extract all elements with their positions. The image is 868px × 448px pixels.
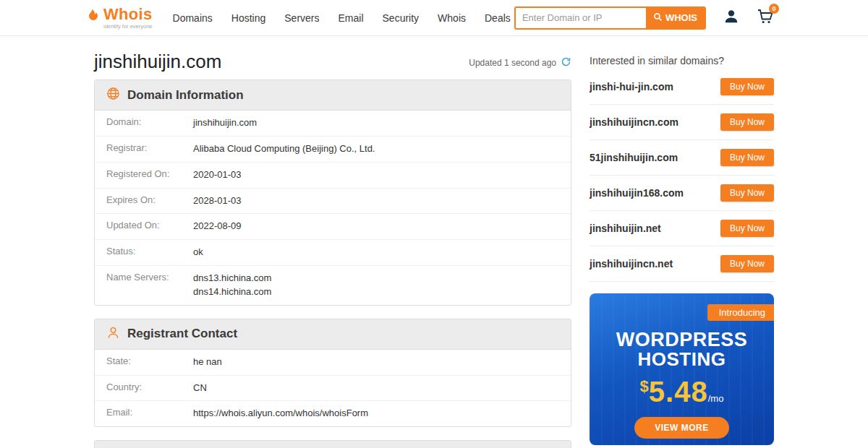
- field-value: 2028-01-03: [193, 194, 242, 208]
- field-value: 2022-08-09: [193, 220, 242, 233]
- whois-logo[interactable]: Whois identify for everyone: [83, 7, 153, 30]
- top-header: Whois identify for everyone Domains Host…: [0, 0, 868, 36]
- similar-domain-row: jinshihuijin168.com Buy Now: [590, 176, 774, 211]
- user-icon: [723, 9, 739, 27]
- page-title: jinshihuijin.com: [94, 51, 221, 72]
- introducing-ribbon: Introducing: [707, 304, 774, 321]
- field-label: Status:: [106, 246, 193, 257]
- buy-now-button[interactable]: Buy Now: [720, 78, 774, 95]
- logo-title: Whois: [103, 7, 153, 22]
- field-label: Email:: [106, 407, 193, 418]
- price-period: /mo: [708, 393, 724, 404]
- nav-item-domains[interactable]: Domains: [173, 12, 213, 24]
- table-row: Name Servers: dns13.hichina.com dns14.hi…: [95, 266, 571, 305]
- table-row: Registrar: Alibaba Cloud Computing (Beij…: [95, 137, 571, 163]
- similar-domain-row: jinshi-hui-jin.com Buy Now: [590, 69, 774, 105]
- field-value: dns13.hichina.com dns14.hichina.com: [193, 272, 271, 299]
- header-right: WHOIS 0: [514, 7, 774, 30]
- price-amount: 5.48: [649, 376, 708, 408]
- account-button[interactable]: [723, 9, 739, 27]
- title-row: jinshihuijin.com Updated 1 second ago: [94, 51, 571, 72]
- raw-whois-card: Raw Whois Data: [94, 440, 571, 448]
- buy-now-button[interactable]: Buy Now: [720, 220, 774, 237]
- field-label: State:: [106, 356, 193, 366]
- banner-title-line1: WORDPRESS: [590, 329, 774, 350]
- search-input[interactable]: [516, 8, 646, 28]
- domain-information-card: Domain Information Domain: jinshihuijin.…: [94, 79, 571, 306]
- field-label: Registered On:: [106, 168, 193, 179]
- field-value: CN: [193, 382, 207, 395]
- buy-now-button[interactable]: Buy Now: [720, 184, 774, 202]
- similar-domain-name: jinshihuijin168.com: [590, 187, 684, 199]
- whois-search-button[interactable]: WHOIS: [646, 8, 705, 28]
- card-title: Registrant Contact: [127, 327, 237, 341]
- refresh-icon[interactable]: [561, 56, 571, 69]
- similar-domain-name: jinshi-hui-jin.com: [590, 81, 673, 92]
- table-row: Country: CN: [95, 376, 571, 402]
- name-server-1: dns13.hichina.com: [193, 272, 271, 285]
- cart-button[interactable]: 0: [757, 8, 774, 28]
- logo-flame-icon: [83, 7, 101, 29]
- table-row: Status: ok: [95, 240, 571, 266]
- field-value: he nan: [193, 356, 222, 369]
- similar-domain-row: jinshihuijin.net Buy Now: [590, 211, 774, 246]
- similar-domain-name: jinshihuijincn.com: [590, 116, 678, 128]
- nav-item-hosting[interactable]: Hosting: [231, 12, 265, 24]
- field-label: Domain:: [106, 116, 193, 127]
- banner-title-line2: HOSTING: [590, 350, 774, 369]
- table-row: Updated On: 2022-08-09: [95, 214, 571, 240]
- table-row: Expires On: 2028-01-03: [95, 189, 571, 215]
- field-label: Expires On:: [106, 194, 193, 205]
- field-value: ok: [193, 246, 203, 259]
- nav-item-servers[interactable]: Servers: [284, 12, 319, 24]
- field-label: Registrar:: [106, 142, 193, 153]
- nav-item-security[interactable]: Security: [383, 12, 420, 24]
- field-value: Alibaba Cloud Computing (Beijing) Co., L…: [193, 142, 375, 156]
- logo-tagline: identify for everyone: [103, 24, 153, 30]
- person-icon: [106, 326, 120, 343]
- similar-domain-name: jinshihuijincn.net: [590, 258, 673, 270]
- buy-now-button[interactable]: Buy Now: [720, 149, 774, 166]
- field-label: Name Servers:: [106, 272, 193, 283]
- banner-heading: WORDPRESS HOSTING: [590, 329, 774, 370]
- field-label: Updated On:: [106, 220, 193, 231]
- similar-domain-name: 51jinshihuijin.com: [590, 152, 678, 163]
- globe-icon: [106, 87, 120, 103]
- wordpress-hosting-banner[interactable]: Introducing WORDPRESS HOSTING $5.48/mo V…: [590, 293, 774, 445]
- search-icon: [653, 12, 663, 24]
- field-value: https://whois.aliyun.com/whois/whoisForm: [193, 407, 368, 421]
- field-label: Country:: [106, 382, 193, 392]
- table-row: Email: https://whois.aliyun.com/whois/wh…: [95, 401, 571, 426]
- domain-information-header: Domain Information: [95, 80, 571, 111]
- nav-item-deals[interactable]: Deals: [485, 12, 511, 24]
- main-column: jinshihuijin.com Updated 1 second ago Do…: [94, 51, 571, 448]
- similar-domain-row: 51jinshihuijin.com Buy Now: [590, 140, 774, 176]
- field-value: jinshihuijin.com: [193, 116, 257, 130]
- registrant-contact-card: Registrant Contact State: he nan Country…: [94, 319, 571, 428]
- main-nav: Domains Hosting Servers Email Security W…: [173, 12, 511, 24]
- page-content: jinshihuijin.com Updated 1 second ago Do…: [0, 36, 868, 448]
- banner-price: $5.48/mo: [590, 376, 774, 408]
- price-currency: $: [640, 377, 649, 395]
- nav-item-email[interactable]: Email: [339, 12, 364, 24]
- sidebar: Interested in similar domains? jinshi-hu…: [590, 51, 774, 448]
- similar-domain-name: jinshihuijin.net: [590, 223, 661, 234]
- raw-whois-header: Raw Whois Data: [95, 441, 571, 448]
- domain-search-group: WHOIS: [514, 7, 706, 30]
- table-row: Domain: jinshihuijin.com: [95, 111, 571, 137]
- name-server-2: dns14.hichina.com: [193, 285, 271, 299]
- similar-domains-heading: Interested in similar domains?: [590, 51, 774, 69]
- table-row: Registered On: 2020-01-03: [95, 163, 571, 189]
- updated-status: Updated 1 second ago: [469, 56, 571, 72]
- nav-item-whois[interactable]: Whois: [438, 12, 466, 24]
- similar-domain-row: jinshihuijincn.com Buy Now: [590, 105, 774, 140]
- card-title: Domain Information: [127, 88, 244, 103]
- table-row: State: he nan: [95, 350, 571, 376]
- buy-now-button[interactable]: Buy Now: [720, 255, 774, 272]
- registrant-contact-header: Registrant Contact: [95, 319, 571, 350]
- whois-button-label: WHOIS: [665, 12, 697, 23]
- buy-now-button[interactable]: Buy Now: [720, 113, 774, 131]
- updated-text: Updated 1 second ago: [469, 58, 556, 68]
- view-more-button[interactable]: VIEW MORE: [634, 417, 729, 439]
- cart-count-badge: 0: [769, 4, 779, 14]
